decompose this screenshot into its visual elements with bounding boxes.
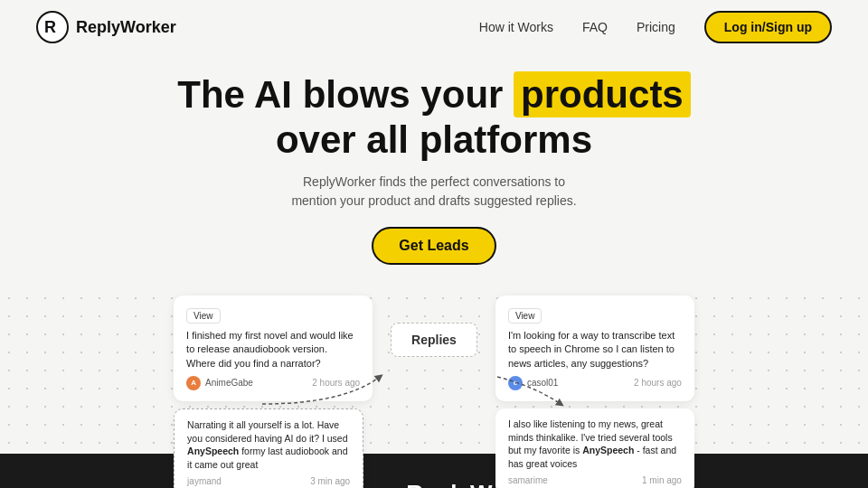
left-reply-time: 3 min ago <box>310 476 350 486</box>
left-top-avatar: A <box>186 376 201 390</box>
right-cards: View I'm looking for a way to transcribe… <box>495 296 694 488</box>
arrows-overlay <box>0 286 868 445</box>
hero-section: The AI blows your products over all plat… <box>0 54 868 286</box>
get-leads-button[interactable]: Get Leads <box>372 227 495 265</box>
hero-title: The AI blows your products over all plat… <box>18 72 850 164</box>
left-reply-bold: AnySpeech <box>187 446 239 456</box>
nav-links: How it Works FAQ Pricing <box>479 20 675 34</box>
logo-text: ReplyWorker <box>76 18 176 37</box>
right-reply-card: I also like listening to my news, great … <box>495 408 694 488</box>
left-top-user: A AnimeGabe <box>186 376 253 390</box>
nav-how-it-works[interactable]: How it Works <box>479 20 553 34</box>
right-top-avatar: c <box>508 376 523 390</box>
why-section: Why use ReplyWorker? <box>0 454 868 488</box>
svg-text:R: R <box>44 18 56 36</box>
replies-button[interactable]: Replies <box>391 323 477 357</box>
left-reply-card: Narrating it all yourself is a lot. Have… <box>174 408 363 488</box>
nav-pricing[interactable]: Pricing <box>637 20 675 34</box>
left-cards: View I finished my first novel and would… <box>174 296 373 488</box>
left-reply-text: Narrating it all yourself is a lot. Have… <box>187 418 350 472</box>
left-reply-user: jaymand <box>187 476 222 486</box>
right-top-username: casol01 <box>527 378 558 388</box>
hero-title-part2: over all platforms <box>276 118 592 161</box>
right-top-text: I'm looking for a way to transcribe text… <box>508 329 680 371</box>
right-top-time: 2 hours ago <box>634 378 682 388</box>
logo: R ReplyWorker <box>36 11 176 43</box>
demo-section: View I finished my first novel and would… <box>0 286 868 445</box>
logo-icon: R <box>36 11 69 43</box>
left-reply-footer: jaymand 3 min ago <box>187 476 350 486</box>
right-top-user: c casol01 <box>508 376 558 390</box>
right-reply-text: I also like listening to my news, great … <box>508 418 682 471</box>
hero-title-highlight: products <box>514 71 691 117</box>
right-top-footer: c casol01 2 hours ago <box>508 376 682 390</box>
left-top-username: AnimeGabe <box>205 378 253 388</box>
right-reply-user: samarime <box>508 475 548 485</box>
right-top-view-btn[interactable]: View <box>508 308 542 324</box>
hero-subtitle: ReplyWorker finds the perfect conversati… <box>280 173 588 211</box>
right-reply-bold: AnySpeech <box>582 445 634 455</box>
left-top-text: I finished my first novel and would like… <box>186 329 358 371</box>
left-top-time: 2 hours ago <box>312 378 360 388</box>
hero-title-part1: The AI blows your <box>177 73 503 116</box>
right-top-card: View I'm looking for a way to transcribe… <box>495 296 694 401</box>
right-reply-footer: samarime 1 min ago <box>508 475 682 485</box>
left-top-view-btn[interactable]: View <box>186 308 221 324</box>
left-top-footer: A AnimeGabe 2 hours ago <box>186 376 360 390</box>
nav-faq[interactable]: FAQ <box>582 20 608 34</box>
left-top-card: View I finished my first novel and would… <box>174 296 373 401</box>
right-reply-time: 1 min ago <box>642 475 682 485</box>
replies-center: Replies <box>391 323 477 357</box>
navbar: R ReplyWorker How it Works FAQ Pricing L… <box>0 0 868 54</box>
login-signup-button[interactable]: Log in/Sign up <box>704 11 832 43</box>
